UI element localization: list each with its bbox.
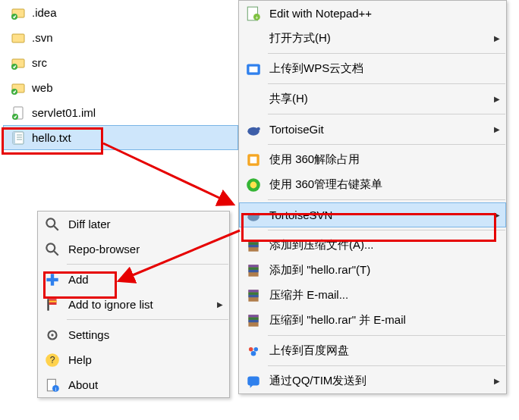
file-name: .svn [32,31,53,44]
svg-rect-2 [12,34,24,42]
svg-rect-28 [248,240,258,242]
svg-rect-22 [250,156,257,163]
file-row[interactable]: .idea [3,0,238,25]
plus-icon [44,271,61,288]
file-name: servlet01.iml [32,106,96,119]
svg-point-48 [46,218,55,227]
menu-item[interactable]: 上传到WPS云文档 [239,56,506,81]
blank-icon [245,30,262,47]
svg-point-26 [256,212,260,215]
menu-item[interactable]: TortoiseGit▶ [239,117,506,142]
menu-item-label: Add [68,273,223,286]
svg-rect-33 [248,267,258,269]
svg-point-58 [51,334,53,336]
menu-item-label: Diff later [68,218,223,230]
menu-item[interactable]: 压缩并 E-mail... [239,283,506,308]
file-name: hello.txt [32,131,71,144]
svg-point-24 [250,181,257,188]
menu-item[interactable]: Add [38,267,229,292]
menu-item-label: 共享(H) [269,92,494,106]
blank-icon [245,91,262,108]
menu-item-label: 打开方式(H) [269,31,494,45]
menu-item[interactable]: +Edit with Notepad++ [239,1,506,26]
svg-text:?: ? [50,355,55,365]
menu-item[interactable]: 通过QQ/TIM发送到▶ [239,368,506,393]
rar-icon [245,312,262,329]
menu-item-label: Add to ignore list [68,298,217,311]
svg-rect-36 [248,290,258,292]
menu-item[interactable]: TortoiseSVN▶ [239,202,506,227]
rar-icon [245,262,262,279]
file-row-selected[interactable]: hello.txt [3,125,238,150]
folder-icon [11,80,26,96]
menu-item[interactable]: Diff later [38,212,229,237]
svg-text:+: + [255,14,258,20]
ball360-icon [245,177,262,193]
menu-item[interactable]: 添加到 "hello.rar"(T) [239,258,506,283]
about-icon: i [44,377,61,393]
svg-point-44 [254,347,259,352]
file-name: web [32,81,53,94]
help-icon: ? [44,352,61,368]
svg-rect-41 [248,317,258,319]
menu-item-label: Edit with Notepad++ [269,7,500,20]
svg-rect-32 [248,265,258,267]
submenu-arrow-icon: ▶ [494,377,500,385]
svg-point-45 [251,351,256,356]
file-row[interactable]: .svn [3,25,238,50]
svn-icon [245,207,262,224]
text-file-icon [11,130,26,146]
menu-item-label: About [68,378,223,391]
menu-item[interactable]: 压缩到 "hello.rar" 并 E-mail [239,308,506,333]
menu-item[interactable]: 使用 360解除占用 [239,147,506,172]
magnifier-icon [44,216,61,233]
svg-rect-53 [46,277,58,281]
svg-rect-42 [248,319,258,321]
submenu-arrow-icon: ▶ [494,95,500,103]
svg-point-43 [249,347,253,352]
menu-item[interactable]: 共享(H)▶ [239,86,506,111]
context-menu-main: +Edit with Notepad++打开方式(H)▶上传到WPS云文档共享(… [238,0,507,394]
menu-item-label: Repo-browser [68,243,223,255]
svg-rect-29 [248,242,258,244]
menu-item[interactable]: Add to ignore list▶ [38,292,229,317]
svg-rect-40 [248,315,258,317]
flag-icon [44,296,61,313]
menu-item-label: 使用 360管理右键菜单 [269,177,500,192]
menu-item[interactable]: ?Help [38,347,229,372]
menu-item-label: TortoiseGit [269,123,494,136]
notepad-icon: + [245,5,262,22]
submenu-arrow-icon: ▶ [217,300,223,309]
baidu-icon [245,343,262,359]
rar-icon [245,237,262,254]
wps-icon [245,61,262,77]
folder-icon [11,5,26,20]
menu-item[interactable]: Settings [38,322,229,347]
submenu-arrow-icon: ▶ [494,125,500,133]
menu-item-label: Help [68,353,223,366]
menu-item[interactable]: Repo-browser [38,237,229,262]
menu-item-label: 使用 360解除占用 [269,152,500,167]
context-menu-svn: Diff laterRepo-browserAddAdd to ignore l… [37,211,230,398]
qq-icon [245,373,262,390]
menu-item[interactable]: 打开方式(H)▶ [239,26,506,51]
file-row[interactable]: servlet01.iml [3,100,238,125]
menu-item[interactable]: iAbout [38,372,229,397]
rar-icon [245,287,262,304]
menu-item[interactable]: 添加到压缩文件(A)... [239,233,506,258]
menu-item-label: 上传到WPS云文档 [269,61,500,76]
svg-rect-30 [248,244,258,246]
menu-item[interactable]: 使用 360管理右键菜单 [239,172,506,197]
menu-item[interactable]: 上传到百度网盘 [239,338,506,363]
gear-icon [44,327,61,343]
svg-rect-38 [248,294,258,296]
submenu-arrow-icon: ▶ [494,34,500,42]
svg-rect-18 [250,66,258,72]
submenu-arrow-icon: ▶ [494,211,500,219]
svg-line-51 [54,251,58,255]
menu-item-label: 压缩并 E-mail... [269,288,500,302]
file-list: .idea .svn src web servlet01.iml hello.t… [3,0,238,150]
file-row[interactable]: src [3,50,238,75]
file-row[interactable]: web [3,75,238,100]
svg-rect-10 [13,132,15,144]
